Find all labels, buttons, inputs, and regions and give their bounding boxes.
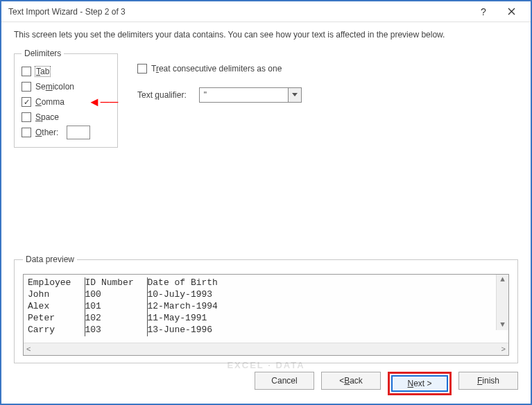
table-cell: Date of Birth xyxy=(147,277,218,289)
preview-table: Employee ID Number Date of Birth John 10… xyxy=(28,277,218,336)
dialog-body: This screen lets you set the delimiters … xyxy=(1,22,531,404)
table-row: Employee ID Number Date of Birth xyxy=(28,277,218,289)
delimiter-space-row[interactable]: Space xyxy=(22,110,110,125)
table-row: Carry 103 13-June-1996 xyxy=(28,325,218,336)
table-cell: Carry xyxy=(28,325,85,336)
table-cell: 12-March-1994 xyxy=(147,301,218,313)
checkbox-semicolon-label: Semicolon xyxy=(35,82,74,92)
checkbox-treat-consecutive[interactable] xyxy=(137,64,147,74)
checkbox-space[interactable] xyxy=(22,112,31,122)
text-qualifier-label: Text qualifier: xyxy=(137,90,187,100)
close-icon xyxy=(508,8,515,15)
delimiter-comma-row[interactable]: Comma ◄── xyxy=(22,94,110,110)
dialog-window: Text Import Wizard - Step 2 of 3 ? This … xyxy=(0,0,532,405)
scroll-right-icon[interactable]: > xyxy=(501,345,506,353)
back-button[interactable]: < Back xyxy=(321,372,381,390)
table-cell: 100 xyxy=(85,289,147,301)
delimiter-semicolon-row[interactable]: Semicolon xyxy=(22,79,110,94)
table-cell: 10-July-1993 xyxy=(147,289,218,301)
delimiters-group: Delimiters Tab Semicolon Comma ◄── Spac xyxy=(14,49,118,148)
scroll-down-icon[interactable]: ▼ xyxy=(500,321,505,329)
table-cell: 103 xyxy=(85,325,147,336)
checkbox-tab-label: Tab xyxy=(35,67,50,76)
scroll-up-icon[interactable]: ▲ xyxy=(500,276,505,284)
checkbox-comma[interactable] xyxy=(22,97,31,107)
delimiter-other-row[interactable]: Other: xyxy=(22,125,110,140)
next-button[interactable]: Next > xyxy=(391,375,448,392)
table-row: Alex 101 12-March-1994 xyxy=(28,301,218,313)
checkbox-tab[interactable] xyxy=(22,67,31,76)
checkbox-comma-label: Comma xyxy=(35,97,65,107)
table-row: Peter 102 11-May-1991 xyxy=(28,313,218,325)
scroll-left-icon[interactable]: < xyxy=(26,345,31,353)
next-button-highlight: Next > xyxy=(388,372,452,395)
text-qualifier-combo[interactable]: " xyxy=(199,87,302,103)
table-cell: 101 xyxy=(85,301,147,313)
text-qualifier-value[interactable]: " xyxy=(199,87,288,103)
table-cell: Alex xyxy=(28,301,85,313)
cancel-button[interactable]: Cancel xyxy=(255,372,314,390)
intro-text: This screen lets you set the delimiters … xyxy=(14,29,518,40)
titlebar: Text Import Wizard - Step 2 of 3 ? xyxy=(1,1,531,22)
text-qualifier-dropdown-button[interactable] xyxy=(288,87,302,103)
checkbox-semicolon[interactable] xyxy=(22,82,31,92)
table-cell: 13-June-1996 xyxy=(147,325,218,336)
delimiters-legend: Delimiters xyxy=(22,49,64,58)
table-cell: Employee xyxy=(28,277,85,289)
table-cell: Peter xyxy=(28,313,85,325)
annotation-arrow-icon: ◄── xyxy=(88,96,118,108)
checkbox-space-label: Space xyxy=(35,112,59,122)
preview-grid: Employee ID Number Date of Birth John 10… xyxy=(24,275,508,343)
close-button[interactable] xyxy=(497,2,525,21)
treat-consecutive-row[interactable]: Treat consecutive delimiters as one xyxy=(137,64,302,74)
options-row: Delimiters Tab Semicolon Comma ◄── Spac xyxy=(14,49,518,148)
horizontal-scrollbar[interactable]: < > xyxy=(24,343,508,355)
preview-box: Employee ID Number Date of Birth John 10… xyxy=(23,274,509,356)
text-qualifier-row: Text qualifier: " xyxy=(137,87,302,103)
table-row: John 100 10-July-1993 xyxy=(28,289,218,301)
other-delimiter-input[interactable] xyxy=(67,126,90,139)
table-cell: John xyxy=(28,289,85,301)
table-cell: ID Number xyxy=(85,277,147,289)
right-options: Treat consecutive delimiters as one Text… xyxy=(137,49,302,148)
table-cell: 102 xyxy=(85,313,147,325)
button-bar: Cancel < Back Next > Finish xyxy=(14,369,518,395)
checkbox-other[interactable] xyxy=(22,128,31,137)
checkbox-other-label: Other: xyxy=(35,128,58,137)
data-preview-legend: Data preview xyxy=(23,255,77,264)
data-preview-group: Data preview Employee ID Number Date of … xyxy=(14,255,518,363)
finish-button[interactable]: Finish xyxy=(458,372,518,390)
window-title: Text Import Wizard - Step 2 of 3 xyxy=(8,7,470,17)
help-button[interactable]: ? xyxy=(470,2,497,21)
table-cell: 11-May-1991 xyxy=(147,313,218,325)
delimiter-tab-row[interactable]: Tab xyxy=(22,64,110,79)
checkbox-treat-consecutive-label: Treat consecutive delimiters as one xyxy=(151,64,282,74)
vertical-scrollbar[interactable]: ▲ ▼ xyxy=(496,275,508,330)
chevron-down-icon xyxy=(292,93,298,97)
